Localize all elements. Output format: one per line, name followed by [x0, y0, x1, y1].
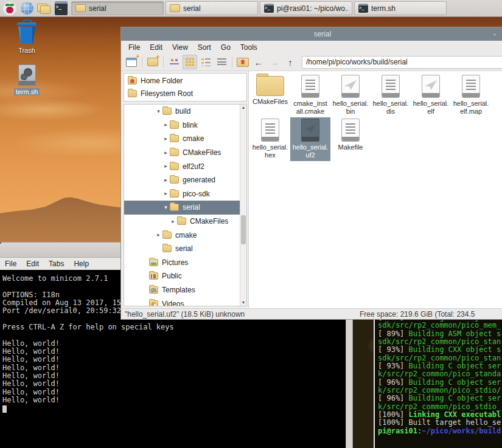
- scroll-down-icon[interactable]: ▼: [240, 300, 246, 306]
- file-item[interactable]: hello_serial.hex: [250, 117, 290, 161]
- detail-view-button[interactable]: [214, 55, 229, 69]
- tree-row[interactable]: serial: [124, 201, 240, 215]
- folder-icon: [170, 163, 179, 170]
- tree-label: Templates: [162, 286, 195, 294]
- file-item[interactable]: cmake_install.cmake: [290, 74, 330, 117]
- file-icon: [422, 75, 440, 98]
- taskbar-window-button[interactable]: serial: [166, 1, 258, 15]
- build-terminal-output[interactable]: [ 89%] Building ASM object s sdk/src/rp2…: [375, 312, 502, 435]
- window-button-icon: [264, 4, 274, 13]
- path-input[interactable]: /home/pi/pico/works/build/serial: [302, 56, 502, 69]
- expander-icon[interactable]: [162, 191, 170, 196]
- minimize-icon[interactable]: ⌄: [492, 32, 498, 35]
- tree-scrollbar[interactable]: ▲ ▼: [240, 105, 246, 306]
- terminal-line: [100%] Linking CXX executabl: [378, 411, 502, 419]
- places-item[interactable]: Filesystem Root: [124, 87, 246, 100]
- tree-row[interactable]: Public: [124, 269, 240, 283]
- tree-row[interactable]: CMakeFiles: [124, 215, 240, 229]
- file-label: hello_serial.hex: [251, 143, 290, 159]
- expander-icon[interactable]: [162, 150, 170, 156]
- tree-row[interactable]: cmake: [124, 132, 240, 146]
- detail-view-icon: [217, 58, 226, 66]
- tree-row[interactable]: Templates: [124, 283, 240, 297]
- new-folder-button[interactable]: [145, 55, 160, 69]
- desktop-icon-trash[interactable]: Trash: [5, 19, 49, 54]
- scrollbar-thumb[interactable]: [241, 215, 246, 244]
- web-browser-launcher[interactable]: [18, 1, 35, 16]
- taskbar-window-button[interactable]: term.sh: [354, 1, 447, 15]
- menu-item[interactable]: Sort: [193, 43, 216, 52]
- status-free-space: Free space: 219.6 GiB (Total: 234.5: [360, 309, 475, 320]
- expander-icon[interactable]: [155, 232, 162, 238]
- menu-item[interactable]: Edit: [26, 260, 39, 268]
- applications-menu-button[interactable]: [1, 1, 18, 16]
- terminal-line: [2, 331, 345, 339]
- expander-icon[interactable]: [162, 164, 170, 169]
- terminal-line: Hello, world!: [2, 372, 345, 380]
- taskbar-window-button[interactable]: pi@rasi01: ~/pico/wo...: [260, 1, 352, 15]
- places-item[interactable]: Home Folder: [124, 74, 246, 87]
- file-label: hello_serial.elf.map: [452, 100, 490, 115]
- file-label: CMakeFiles: [251, 98, 289, 106]
- file-item[interactable]: Makefile: [330, 117, 371, 161]
- icon-view-button[interactable]: [183, 55, 197, 69]
- tree-row[interactable]: build: [124, 105, 240, 119]
- menu-item[interactable]: Tabs: [49, 260, 64, 268]
- taskbar-window-button[interactable]: serial: [71, 1, 164, 15]
- back-button[interactable]: ←: [251, 55, 266, 69]
- tree-label: CMakeFiles: [183, 148, 221, 157]
- tree-row[interactable]: cmake: [124, 228, 240, 242]
- compact-view-button[interactable]: [198, 55, 213, 69]
- desktop-icon-term-sh[interactable]: term.sh: [5, 64, 49, 95]
- tree-row[interactable]: elf2uf2: [124, 159, 240, 173]
- file-item[interactable]: CMakeFiles: [250, 74, 290, 117]
- expander-icon[interactable]: [162, 136, 170, 142]
- folder-icon: [170, 149, 179, 156]
- file-item[interactable]: hello_serial.uf2: [290, 117, 330, 161]
- window-button-icon: [170, 4, 180, 12]
- raspberry-menu-icon: [3, 2, 16, 15]
- file-manager-menubar: File Edit View Sort Go Tools: [121, 41, 502, 53]
- expander-icon[interactable]: [162, 177, 170, 183]
- file-manager-titlebar[interactable]: serial ⌄: [121, 27, 502, 41]
- window-button-label: serial: [89, 4, 106, 13]
- menu-item[interactable]: Go: [216, 43, 235, 52]
- new-window-button[interactable]: [124, 55, 139, 69]
- file-item[interactable]: hello_serial.elf: [411, 74, 451, 117]
- menu-item[interactable]: Tools: [235, 43, 262, 52]
- file-label: Makefile: [337, 143, 364, 151]
- file-item[interactable]: hello_serial.elf.map: [451, 74, 491, 117]
- tree-row[interactable]: CMakeFiles: [124, 146, 240, 160]
- menu-item[interactable]: Edit: [145, 43, 167, 52]
- tree-row[interactable]: Videos: [124, 297, 240, 306]
- tree-row[interactable]: generated: [124, 173, 240, 187]
- file-item[interactable]: hello_serial.dis: [371, 74, 411, 117]
- trash-label: Trash: [16, 47, 37, 54]
- expander-icon[interactable]: [162, 205, 170, 210]
- up-button[interactable]: ↑: [283, 55, 298, 69]
- menu-item[interactable]: View: [167, 43, 193, 52]
- file-manager-launcher[interactable]: [35, 1, 52, 16]
- expander-icon[interactable]: [155, 109, 162, 114]
- expander-icon[interactable]: [162, 122, 170, 128]
- home-button[interactable]: [235, 55, 250, 69]
- menu-item[interactable]: Help: [74, 260, 89, 268]
- expander-icon[interactable]: [169, 219, 177, 224]
- forward-button[interactable]: →: [267, 55, 282, 69]
- shell-prompt: pi@rasi01:~/pico/works/build: [378, 427, 502, 435]
- file-item[interactable]: hello_serial.bin: [330, 74, 371, 117]
- folder-icon: [162, 232, 172, 239]
- tree-label: serial: [183, 203, 200, 212]
- screen: Trash term.sh File Edit Tabs Help Welcom…: [0, 0, 502, 448]
- menu-item[interactable]: File: [5, 260, 16, 268]
- terminal-launcher[interactable]: [52, 1, 69, 16]
- thumbnail-view-button[interactable]: [167, 55, 181, 69]
- menu-item[interactable]: File: [124, 43, 145, 52]
- scroll-up-icon[interactable]: ▲: [240, 105, 246, 111]
- tree-row[interactable]: Pictures: [124, 256, 240, 270]
- tree-row[interactable]: serial: [124, 242, 240, 256]
- tree-row[interactable]: pico-sdk: [124, 187, 240, 201]
- file-icon: [341, 75, 360, 98]
- tree-row[interactable]: blink: [124, 119, 240, 133]
- folder-icon: [162, 245, 172, 252]
